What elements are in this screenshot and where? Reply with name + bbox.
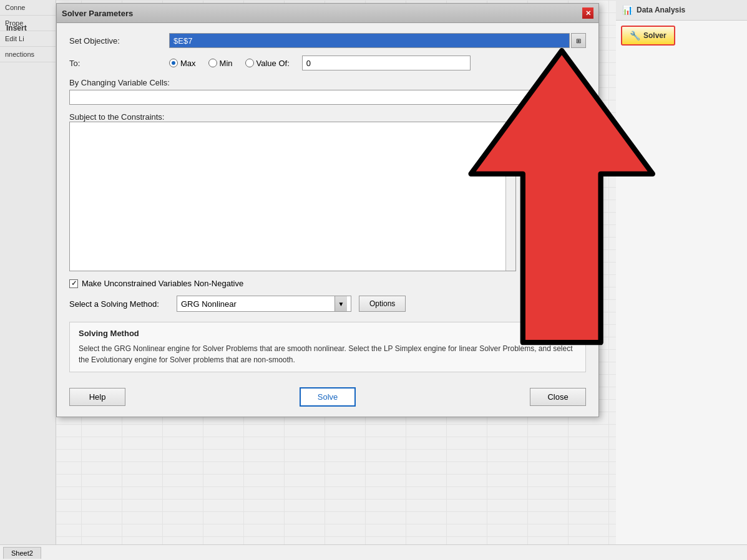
radio-group: Max Min Value Of: [169, 56, 586, 70]
radio-max-label: Max [180, 59, 196, 68]
to-row: To: Max Min Value Of: [69, 56, 586, 70]
radio-value-of[interactable]: Value Of: [245, 59, 290, 68]
sidebar-item-insert: Conne [0, 0, 56, 16]
set-objective-row: Set Objective: ⊞ [69, 33, 586, 48]
by-changing-section: By Changing Variable Cells: ⊞ [69, 78, 586, 105]
dialog-title: Solver Parameters [62, 9, 133, 18]
change-button[interactable]: Change [524, 144, 586, 162]
solve-button[interactable]: Solve [300, 387, 356, 407]
set-objective-cell-ref-button[interactable]: ⊞ [571, 33, 586, 48]
select-method-row: Select a Solving Method: GRG Nonlinear ▼… [69, 296, 586, 312]
left-sidebar: Conne Prope Edit Li nnections [0, 0, 56, 560]
changing-cells-input[interactable] [69, 90, 570, 105]
column-n-header: N [607, 125, 613, 133]
constraints-section: Subject to the Constraints: Add Change D [69, 112, 586, 271]
method-select[interactable]: GRG Nonlinear ▼ [177, 296, 351, 312]
dialog-body: Set Objective: ⊞ To: Max Mi [57, 23, 598, 417]
data-analysis-header: 📊 Data Analysis [616, 0, 747, 21]
radio-max-circle [169, 59, 178, 67]
constraints-scrollbar[interactable] [505, 122, 515, 271]
solving-method-title: Solving Method [79, 329, 577, 338]
method-value: GRG Nonlinear [181, 299, 237, 309]
close-button[interactable]: Close [530, 388, 586, 406]
solver-icon: 🔧 [630, 31, 640, 41]
solving-method-description: Select the GRG Nonlinear engine for Solv… [79, 343, 577, 365]
close-label: Close [547, 392, 568, 402]
radio-min[interactable]: Min [208, 59, 233, 68]
changing-cells-ref-button[interactable]: ⊞ [571, 90, 586, 105]
right-panel: 📊 Data Analysis 🔧 Solver [616, 0, 747, 560]
insert-ribbon-label: Insert [6, 24, 27, 32]
add-button[interactable]: Add [524, 122, 586, 139]
dropdown-arrow-icon: ▼ [334, 296, 347, 311]
bottom-buttons: Help Solve Close [69, 382, 586, 407]
load-save-button[interactable]: Load/Save [524, 211, 586, 229]
options-button[interactable]: Options [359, 296, 406, 312]
constraints-layout: Add Change Delete Reset All Load/Save [69, 122, 586, 271]
solving-method-box: Solving Method Select the GRG Nonlinear … [69, 322, 586, 372]
help-label: Help [89, 392, 106, 402]
solver-button-area: 🔧 Solver [616, 21, 747, 51]
sheet-tabs: Sheet2 [0, 544, 747, 560]
data-analysis-label: Data Analysis [637, 6, 685, 14]
solver-button[interactable]: 🔧 Solver [621, 26, 675, 46]
dialog-close-button[interactable]: ✕ [582, 7, 593, 19]
radio-value-of-circle [245, 59, 254, 67]
cell-ref-icon-2: ⊞ [576, 94, 581, 101]
unconstrained-checkbox-row: ✓ Make Unconstrained Variables Non-Negat… [69, 279, 586, 288]
change-label: Change [542, 148, 568, 157]
by-changing-label: By Changing Variable Cells: [69, 78, 586, 87]
constraints-box [69, 122, 516, 271]
reset-all-button[interactable]: Reset All [524, 189, 586, 206]
constraints-label: Subject to the Constraints: [69, 112, 164, 122]
sidebar-item-editlinks: Edit Li [0, 31, 56, 47]
unconstrained-label: Make Unconstrained Variables Non-Negativ… [82, 279, 243, 288]
dialog-titlebar: Solver Parameters ✕ [57, 4, 598, 23]
delete-button[interactable]: Delete [524, 167, 586, 184]
sheet-tab-sheet2[interactable]: Sheet2 [3, 547, 41, 559]
data-analysis-icon: 📊 [622, 5, 633, 15]
unconstrained-checkbox[interactable]: ✓ [69, 279, 78, 288]
solve-label: Solve [318, 392, 338, 402]
value-of-input[interactable] [302, 56, 471, 70]
set-objective-label: Set Objective: [69, 36, 169, 46]
radio-max[interactable]: Max [169, 59, 196, 68]
radio-min-label: Min [220, 59, 233, 68]
radio-min-circle [208, 59, 217, 67]
checkmark-icon: ✓ [71, 279, 77, 287]
help-button[interactable]: Help [69, 388, 125, 406]
select-method-label: Select a Solving Method: [69, 299, 169, 309]
solver-label: Solver [643, 31, 666, 40]
set-objective-input[interactable] [169, 33, 570, 48]
sidebar-item-connections: nnections [0, 47, 56, 62]
scrollbar-thumb [507, 123, 515, 135]
load-save-label: Load/Save [537, 216, 572, 224]
options-label: Options [369, 299, 395, 308]
delete-label: Delete [544, 171, 566, 180]
radio-max-dot [172, 61, 175, 65]
cell-ref-icon: ⊞ [576, 37, 581, 44]
add-label: Add [548, 126, 561, 135]
side-buttons: Add Change Delete Reset All Load/Save [524, 122, 586, 271]
solver-parameters-dialog: Solver Parameters ✕ Set Objective: ⊞ To: [56, 3, 599, 417]
radio-value-of-label: Value Of: [256, 59, 290, 68]
to-label: To: [69, 59, 169, 68]
reset-all-label: Reset All [540, 193, 569, 202]
